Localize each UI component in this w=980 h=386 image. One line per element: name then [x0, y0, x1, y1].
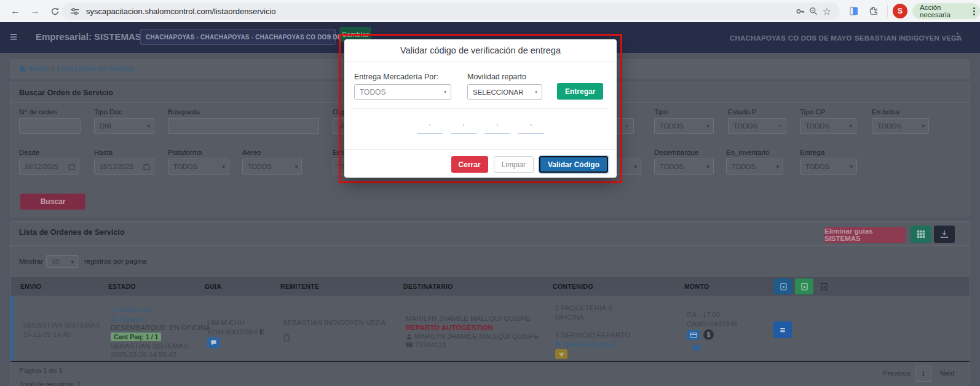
cant-paq-badge: Cant Paq: 1 / 1 — [111, 333, 161, 341]
estadop-select[interactable]: TODOS▾ — [728, 118, 786, 134]
destinatario-modalidad: REPARTO AUTOGESTION — [406, 324, 493, 331]
verification-code-inputs: . . . . — [354, 119, 607, 134]
reload-button[interactable] — [48, 4, 61, 18]
navbar-office[interactable]: CHACHAPOYAS CO DOS DE MAYO — [730, 34, 852, 42]
back-button[interactable]: ← — [9, 4, 22, 18]
site-info-icon[interactable] — [68, 4, 81, 18]
row-actions-button[interactable]: ≡ — [773, 321, 792, 338]
estado-usuario: SEBASTIAN SISTEMAS — [111, 342, 188, 350]
wifi-button[interactable] — [555, 349, 567, 359]
calendar-icon — [68, 163, 75, 170]
envio-fecha: 16-12-25 14:45 — [23, 331, 71, 338]
entregar-button[interactable]: Entregar — [557, 83, 603, 100]
col-destinatario: DESTINATARIO — [403, 283, 453, 290]
total-records: Total de registros: 1 — [19, 380, 81, 386]
norden-input[interactable] — [19, 118, 81, 134]
hasta-date-input[interactable]: 16/12/2025 — [94, 159, 154, 175]
entrega-select[interactable]: TODOS▾ — [800, 159, 857, 175]
zoom-icon[interactable] — [807, 4, 820, 18]
warning-icon: ⚠ — [111, 306, 117, 314]
filter-label-norden: N° de orden — [19, 108, 57, 116]
reload-icon — [50, 7, 60, 16]
password-key-icon[interactable] — [793, 4, 807, 18]
movilidad-group: Movilidad reparto SELECCIONAR ▾ — [467, 73, 542, 100]
export-excel-blue-button[interactable]: x — [774, 278, 792, 294]
entrega-por-select[interactable]: TODOS ▾ — [354, 84, 451, 100]
navbar-user[interactable]: SEBASTIAN INDIGOYEN VEGA — [855, 34, 962, 42]
table-row[interactable]: SEBASTIAN SISTEMAS 16-12-25 14:45 ⚠Incid… — [10, 296, 970, 361]
validar-codigo-button[interactable]: Validar Código — [539, 156, 608, 173]
code-digit-input-1[interactable]: . — [417, 119, 443, 134]
page-size-select[interactable]: 10▾ — [46, 255, 78, 268]
col-estado: ESTADO — [108, 283, 136, 290]
enbolsa-select[interactable]: TODOS▾ — [872, 118, 929, 134]
col-monto: MONTO — [684, 283, 709, 290]
mostrar-label: Mostrar — [19, 258, 43, 265]
navbar-menu-icon[interactable] — [957, 33, 958, 41]
aereo-select[interactable]: TODOS▾ — [242, 159, 302, 175]
document-icon[interactable] — [283, 334, 290, 342]
buscar-button[interactable]: Buscar — [20, 194, 85, 210]
table-bottom-border — [10, 361, 970, 362]
action-needed-label: Acción necesaria — [920, 4, 969, 18]
plataforma-select[interactable]: TODOS▾ — [168, 159, 229, 175]
breadcrumb-home-link[interactable]: Home — [30, 65, 49, 73]
filter-label-busqueda: Búsqueda — [168, 108, 200, 116]
entrega-por-label: Entrega Mercadería Por: — [354, 73, 451, 81]
eliminar-guias-button[interactable]: Eliminar guias SISTEMAS — [824, 227, 906, 243]
guia-ruta: LIM.M-CHH — [207, 319, 245, 326]
action-needed-chip[interactable]: Acción necesaria — [912, 3, 980, 19]
movilidad-select[interactable]: SELECCIONAR ▾ — [467, 84, 542, 100]
sidebar-toggle-icon[interactable]: ≡ — [10, 30, 17, 44]
modal-divider — [353, 108, 608, 109]
id-card-icon — [406, 342, 413, 348]
filter-label-tipodoc: Tipo Doc — [94, 108, 122, 116]
tipo-select[interactable]: TODOS▾ — [654, 118, 714, 134]
profile-avatar[interactable]: S — [893, 4, 907, 18]
cerrar-button[interactable]: Cerrar — [451, 156, 488, 173]
voucher-button[interactable] — [687, 330, 700, 340]
breadcrumb-current[interactable]: Lista Orden de Servicio — [57, 65, 134, 73]
page-number-button[interactable]: 1 — [915, 366, 931, 382]
filter-label-plataforma: Plataforma — [168, 149, 202, 156]
download-button[interactable] — [934, 226, 955, 243]
next-button[interactable]: Next — [940, 369, 955, 377]
reading-list-icon[interactable] — [847, 4, 861, 18]
tipodoc-select[interactable]: DNI▾ — [94, 118, 154, 134]
bookmark-star-icon[interactable]: ☆ — [820, 4, 834, 18]
busqueda-input[interactable] — [168, 118, 319, 134]
limpiar-button[interactable]: Limpiar — [494, 156, 534, 173]
calendar-icon — [143, 163, 150, 170]
incidencias-link[interactable]: ⚠Incidencias — [111, 305, 152, 315]
code-digit-input-4[interactable]: . — [518, 119, 544, 134]
code-digit-input-3[interactable]: . — [484, 119, 510, 134]
guia-codigo: V204-50007664 E — [207, 328, 264, 336]
eninventario-select[interactable]: TODOS▾ — [726, 159, 783, 175]
code-digit-input-2[interactable]: . — [451, 119, 476, 134]
estados-link[interactable]: Estados — [111, 315, 141, 324]
filter-label-tipo: Tipo — [654, 108, 668, 116]
forward-button[interactable]: → — [28, 4, 42, 18]
home-icon — [18, 65, 26, 73]
monto-linea2: CA/BV-0437345 — [687, 320, 737, 328]
extensions-puzzle-icon[interactable] — [867, 4, 880, 18]
money-icon[interactable]: $ — [703, 329, 714, 340]
guia-chat-button[interactable] — [207, 337, 220, 348]
browser-menu-icon[interactable] — [973, 7, 975, 15]
keyboard-icon[interactable] — [692, 344, 701, 351]
tipocp-select[interactable]: TODOS▾ — [800, 118, 856, 134]
previous-button[interactable]: Previous — [883, 369, 911, 377]
grid-view-button[interactable] — [911, 226, 931, 243]
filter-label-eninventario: En_inventario — [726, 149, 769, 156]
export-excel-plain-button[interactable]: x — [816, 278, 832, 294]
desde-date-input[interactable]: 16/12/2025 — [19, 159, 79, 175]
agency-selector[interactable]: CHACHAPOYAS - CHACHAPOYAS - CHACHAPOYAS … — [140, 29, 336, 45]
detalle-adicional-link[interactable]: Detalle Adicional — [555, 340, 615, 349]
remitente-nombre: SEBASTIAN INDIGOYEN VEGA — [283, 319, 385, 326]
filter-label-enbolsa: En bolsa — [872, 108, 899, 116]
col-contenido: CONTENIDO — [553, 283, 593, 290]
desembarque-select[interactable]: TODOS▾ — [654, 159, 714, 175]
col-guia: GUIA — [205, 283, 221, 290]
export-excel-green-button[interactable]: x — [795, 278, 813, 294]
address-bar[interactable]: syscapacitacion.shalomcontrol.com/listao… — [61, 2, 840, 20]
